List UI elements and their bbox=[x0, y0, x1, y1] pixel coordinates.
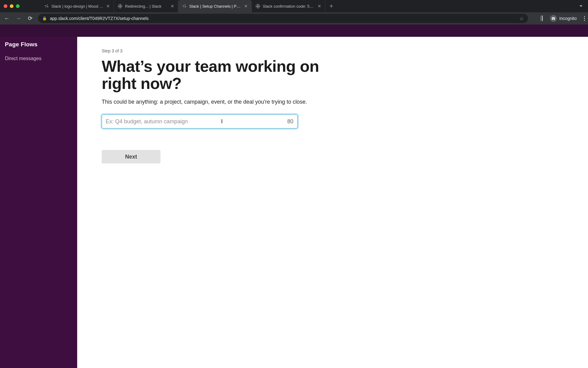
new-tab-button[interactable]: + bbox=[325, 0, 337, 12]
globe-icon bbox=[118, 4, 123, 9]
svg-rect-4 bbox=[183, 6, 184, 6]
svg-rect-3 bbox=[46, 6, 46, 8]
close-icon[interactable]: ✕ bbox=[318, 4, 321, 8]
panels-icon bbox=[542, 15, 543, 21]
svg-rect-7 bbox=[183, 6, 184, 8]
svg-rect-10 bbox=[553, 19, 554, 19]
slack-icon bbox=[182, 4, 187, 9]
page-heading: What’s your team working on right now? bbox=[102, 58, 334, 92]
tab-label: Slack | Setup Channels | Page bbox=[189, 4, 242, 9]
sidebar: Page Flows Direct messages bbox=[0, 37, 77, 368]
browser-toolbar: ← → ⟳ 🔒 app.slack.com/client/T049R2VTZ7X… bbox=[0, 12, 588, 25]
svg-rect-2 bbox=[47, 6, 48, 7]
setup-channel-form: Step 3 of 3 What’s your team working on … bbox=[77, 37, 588, 368]
svg-rect-0 bbox=[45, 6, 46, 6]
browser-menu-button[interactable] bbox=[584, 16, 585, 21]
close-icon[interactable]: ✕ bbox=[244, 4, 248, 8]
window-minimize-button[interactable] bbox=[10, 4, 13, 8]
tab-label: Slack confirmation code: 546- bbox=[263, 4, 315, 9]
browser-tab-0[interactable]: Slack | logo-design | Mood Joy ✕ bbox=[40, 0, 114, 12]
url-text: app.slack.com/client/T049R2VTZ7X/setup-c… bbox=[50, 16, 516, 21]
chevron-down-icon bbox=[579, 5, 582, 7]
slack-top-bar bbox=[0, 25, 588, 37]
tab-label: Slack | logo-design | Mood Joy bbox=[51, 4, 104, 9]
slack-app: Page Flows Direct messages Step 3 of 3 W… bbox=[0, 25, 588, 368]
address-bar[interactable]: 🔒 app.slack.com/client/T049R2VTZ7X/setup… bbox=[38, 14, 528, 23]
channel-name-input[interactable] bbox=[102, 114, 298, 128]
window-controls bbox=[4, 4, 20, 8]
close-icon[interactable]: ✕ bbox=[171, 4, 174, 8]
incognito-label: Incognito bbox=[559, 16, 577, 21]
back-button[interactable]: ← bbox=[3, 15, 10, 22]
side-panel-button[interactable] bbox=[542, 16, 543, 21]
window-zoom-button[interactable] bbox=[16, 4, 20, 8]
incognito-indicator[interactable]: Incognito bbox=[547, 14, 580, 23]
svg-rect-5 bbox=[185, 4, 185, 6]
svg-rect-1 bbox=[47, 4, 47, 6]
tab-label: Redirecting... | Slack bbox=[125, 4, 168, 9]
channel-name-field: 80 I bbox=[102, 114, 298, 128]
step-indicator: Step 3 of 3 bbox=[102, 48, 588, 53]
workspace-name[interactable]: Page Flows bbox=[5, 41, 72, 48]
lock-icon: 🔒 bbox=[42, 16, 47, 21]
page-subtext: This could be anything: a project, campa… bbox=[102, 99, 588, 105]
reload-button[interactable]: ⟳ bbox=[26, 15, 34, 22]
window-titlebar: Slack | logo-design | Mood Joy ✕ Redirec… bbox=[0, 0, 588, 12]
browser-tab-3[interactable]: Slack confirmation code: 546- ✕ bbox=[252, 0, 325, 12]
incognito-icon bbox=[550, 15, 557, 22]
slack-icon bbox=[44, 4, 49, 9]
browser-tab-1[interactable]: Redirecting... | Slack ✕ bbox=[114, 0, 178, 12]
next-button[interactable]: Next bbox=[102, 150, 160, 163]
bookmark-star-icon[interactable]: ☆ bbox=[519, 16, 524, 21]
close-icon[interactable]: ✕ bbox=[106, 4, 110, 8]
kebab-icon bbox=[584, 16, 585, 21]
forward-button[interactable]: → bbox=[15, 15, 22, 22]
tabstrip-overflow[interactable] bbox=[579, 5, 584, 7]
window-close-button[interactable] bbox=[4, 4, 7, 8]
globe-icon bbox=[255, 4, 260, 9]
sidebar-item-direct-messages[interactable]: Direct messages bbox=[5, 54, 72, 63]
svg-rect-6 bbox=[185, 6, 186, 7]
tab-strip: Slack | logo-design | Mood Joy ✕ Redirec… bbox=[40, 0, 337, 12]
browser-tab-2[interactable]: Slack | Setup Channels | Page ✕ bbox=[178, 0, 252, 12]
